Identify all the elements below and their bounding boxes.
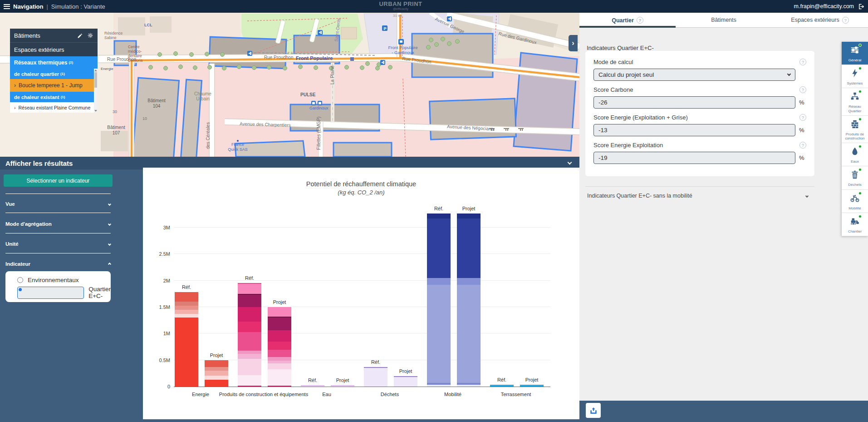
radio-icon[interactable]	[17, 277, 23, 283]
status-badge	[858, 90, 862, 93]
help-icon[interactable]	[637, 17, 643, 24]
bar-segment	[238, 359, 261, 375]
layers-scrollbar[interactable]	[94, 69, 98, 113]
y-tick-label: 2M	[151, 278, 170, 283]
bar-series-label: Réf.	[298, 377, 327, 383]
rail-item-dechets[interactable]: Déchets	[842, 166, 868, 189]
metro-icon	[350, 57, 354, 61]
tab-espaces-exterieurs[interactable]: Espaces extérieurs	[772, 13, 868, 28]
category-label: Produits de construction et équipements	[219, 392, 308, 397]
sliders-icon	[850, 45, 860, 55]
help-icon[interactable]	[799, 114, 806, 121]
entrance-icon	[447, 16, 452, 21]
bar-segment	[268, 307, 291, 317]
nav-label[interactable]: Navigation	[13, 3, 43, 10]
bar-segment	[238, 307, 261, 322]
layer-row-chaleur-existant[interactable]: de chaleur existant(1)	[10, 92, 98, 102]
logout-icon[interactable]	[858, 3, 864, 10]
mode-de-calcul-select[interactable]: Calcul du projet seul	[593, 69, 795, 81]
layer-row-reseau-existant[interactable]: › Réseau existant Plaine Commune	[10, 102, 98, 113]
chevron-down-icon[interactable]	[568, 160, 572, 165]
collapsed-section-sans-mobilite[interactable]: Indicateurs Quartier E+C- sans la mobili…	[585, 189, 814, 203]
svg-text:Sabine: Sabine	[104, 35, 117, 40]
bus-stop-icon	[318, 101, 322, 105]
indicators-card: Mode de calcul Calcul du projet seul Sco…	[585, 51, 814, 176]
bar-segment	[268, 357, 291, 361]
help-icon[interactable]	[799, 59, 806, 65]
map-expand-button[interactable]: ›	[569, 35, 578, 51]
parking-icon: P	[382, 25, 387, 31]
bar-segment	[238, 294, 261, 295]
section-title: Indicateurs Quartier E+C-	[587, 45, 654, 51]
rail-item-general[interactable]: Général	[842, 42, 868, 65]
field-label: Mode de calcul	[593, 59, 633, 65]
bar-series-label: Projet	[265, 299, 294, 305]
svg-text:Bâtiment: Bâtiment	[147, 98, 166, 103]
accordion-unite[interactable]: Unité	[5, 238, 111, 249]
map-canvas[interactable]: P Rue des Gardinoux Avenue George Rue Pr…	[0, 13, 579, 157]
building-outline[interactable]	[333, 143, 392, 157]
bar-segment	[205, 367, 228, 371]
layer-row-espaces-exterieurs[interactable]: Espaces extérieurs	[10, 43, 98, 56]
radio-environnementaux[interactable]: Environnementaux	[17, 277, 111, 283]
layer-row-boucle-temperee[interactable]: › Boucle temperee 1 - Jump	[10, 79, 98, 92]
percent-suffix: %	[799, 127, 804, 134]
bulldozer-icon	[850, 216, 860, 226]
accordion-vue[interactable]: Vue	[5, 199, 111, 209]
bar-segment	[457, 213, 481, 218]
help-icon[interactable]	[842, 17, 849, 24]
building-outline[interactable]	[412, 34, 493, 77]
bar-series-label: Réf.	[361, 359, 390, 365]
svg-text:Résidence: Résidence	[104, 31, 123, 35]
score-carbone-input[interactable]: -26	[593, 96, 795, 109]
rail-item-reseau-quartier[interactable]: Réseau Quartier	[842, 88, 868, 115]
radio-selected-icon[interactable]	[17, 287, 84, 299]
chevron-down-icon	[805, 194, 809, 197]
help-icon[interactable]	[799, 86, 806, 93]
gear-icon[interactable]	[87, 32, 93, 39]
bar-segment	[427, 383, 451, 385]
tab-bar: Quartier Bâtiments Espaces extérieurs	[579, 13, 868, 28]
tab-batiments[interactable]: Bâtiments	[676, 13, 772, 28]
accordion-indicateur[interactable]: Indicateur	[5, 258, 111, 269]
results-panel: Afficher les résultats Sélectionner un i…	[0, 157, 579, 422]
layer-row-chaleur-quartier[interactable]: de chaleur quartier(1)	[10, 69, 98, 79]
accordion-mode-agregation[interactable]: Mode d'agrégation	[5, 218, 111, 229]
bar-segment	[205, 376, 228, 380]
bar-series-label: Réf.	[235, 275, 264, 281]
help-icon[interactable]	[799, 142, 806, 149]
bolt-icon	[850, 68, 860, 78]
pencil-icon[interactable]	[77, 33, 83, 39]
bar-series-label: Réf.	[487, 377, 516, 382]
building-outline-batiment-104[interactable]	[132, 78, 179, 157]
score-energie-exploitation-input[interactable]: -19	[593, 152, 795, 164]
bar-segment	[268, 317, 291, 318]
select-indicator-button[interactable]: Sélectionner un indicateur	[4, 174, 113, 187]
bar-segment	[394, 376, 417, 377]
export-button[interactable]	[586, 403, 601, 418]
bar-segment	[490, 385, 514, 387]
rail-item-eaux[interactable]: Eaux	[842, 143, 868, 166]
rail-item-chantier[interactable]: Chantier	[842, 213, 868, 236]
poi-dot	[237, 140, 239, 142]
rail-item-systemes[interactable]: Systèmes	[842, 65, 868, 88]
bar-segment	[268, 363, 291, 369]
hamburger-icon[interactable]	[4, 4, 10, 9]
svg-text:France: France	[231, 142, 244, 147]
bar-segment	[427, 278, 451, 285]
chart-card: Potentiel de réchauffement climatique (k…	[143, 168, 579, 419]
score-energie-grise-input[interactable]: -13	[593, 124, 795, 136]
rail-item-produits-construction[interactable]: Produits de construction	[842, 116, 868, 143]
bar-segment	[268, 369, 291, 386]
rail-item-mobilite[interactable]: Mobilité	[842, 190, 868, 213]
status-badge	[858, 215, 862, 218]
bar-segment	[175, 310, 198, 314]
street-label-la-plaine: La Plaine	[330, 65, 335, 84]
street-label-fillettes: Fillettes (EMGP)	[316, 117, 321, 150]
layer-row-batiments[interactable]: Bâtiments	[10, 29, 98, 43]
radio-quartier-epc[interactable]: Quartier E+C-	[17, 286, 111, 299]
layer-row-reseaux-thermiques[interactable]: Réseaux thermiques(2)	[10, 56, 98, 69]
category-label: Energie	[192, 392, 209, 397]
building-outline[interactable]	[430, 99, 516, 140]
tab-quartier[interactable]: Quartier	[579, 13, 676, 28]
